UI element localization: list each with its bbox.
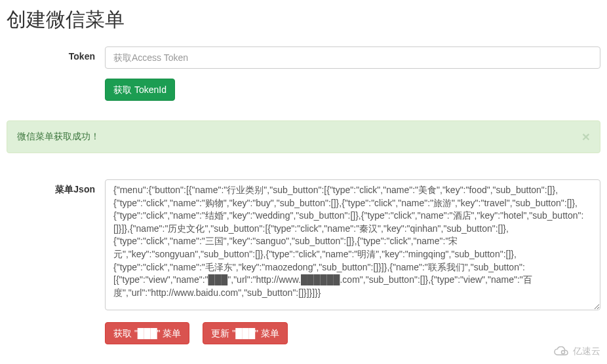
get-token-button[interactable]: 获取 TokenId bbox=[105, 79, 175, 101]
success-alert: 微信菜单获取成功！ × bbox=[7, 120, 600, 153]
update-menu-button[interactable]: 更新 "███" 菜单 bbox=[203, 322, 287, 344]
json-label: 菜单Json bbox=[7, 179, 105, 196]
watermark: 亿速云 bbox=[554, 346, 600, 351]
alert-message: 微信菜单获取成功！ bbox=[17, 131, 100, 141]
cloud-icon bbox=[554, 346, 570, 351]
alert-close-button[interactable]: × bbox=[582, 129, 590, 145]
watermark-text: 亿速云 bbox=[573, 346, 600, 351]
svg-point-0 bbox=[562, 351, 565, 352]
token-input[interactable] bbox=[105, 46, 600, 69]
get-menu-button[interactable]: 获取 "███" 菜单 bbox=[105, 322, 189, 344]
json-textarea[interactable] bbox=[105, 179, 600, 310]
page-title: 创建微信菜单 bbox=[7, 7, 600, 33]
token-label: Token bbox=[7, 46, 105, 62]
